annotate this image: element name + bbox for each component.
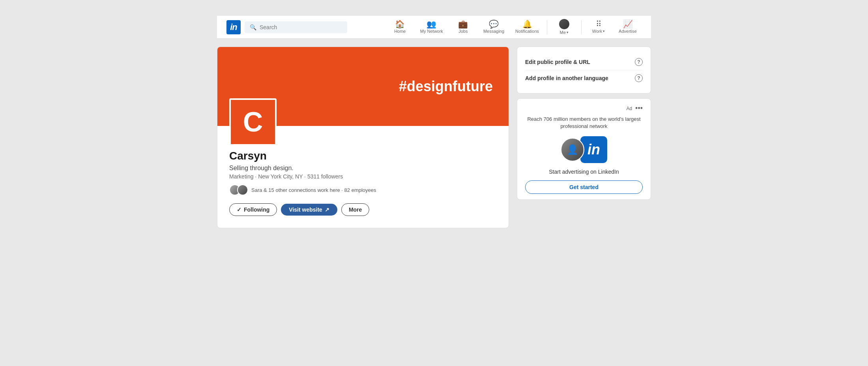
profile-logo-wrapper: C — [229, 98, 277, 146]
more-button[interactable]: More — [341, 203, 369, 216]
nav-home-label: Home — [394, 29, 406, 34]
nav-item-work[interactable]: ⠿ Work ▾ — [585, 16, 612, 39]
ad-label: Ad — [626, 106, 632, 111]
jobs-icon: 💼 — [458, 20, 468, 28]
conn-avatar-img-2 — [238, 185, 247, 195]
profile-actions: ✓ Following Visit website ↗ More — [229, 203, 497, 216]
profile-card: #designfuture C Carsyn Selling through d… — [217, 47, 509, 228]
navbar-left: in 🔍 — [226, 20, 347, 34]
banner-hashtag: #designfuture — [399, 78, 493, 95]
ad-options-icon[interactable]: ••• — [635, 104, 643, 113]
search-input[interactable] — [260, 24, 342, 30]
main-content: #designfuture C Carsyn Selling through d… — [217, 39, 651, 236]
home-icon: 🏠 — [395, 20, 405, 28]
linkedin-logo-icon[interactable]: in — [226, 20, 241, 34]
nav-jobs-label: Jobs — [458, 29, 468, 34]
edit-profile-label: Edit public profile & URL — [525, 59, 590, 65]
visit-website-label: Visit website — [289, 206, 322, 213]
navbar-right: 🏠 Home 👥 My Network 💼 Jobs 💬 Messaging 🔔… — [386, 16, 642, 39]
nav-notifications-label: Notifications — [515, 29, 539, 34]
me-label-group: Me ▾ — [560, 29, 569, 35]
add-language-row[interactable]: Add profile in another language ? — [525, 70, 643, 86]
add-language-label: Add profile in another language — [525, 75, 608, 81]
profile-name: Carsyn — [229, 150, 497, 162]
edit-profile-row[interactable]: Edit public profile & URL ? — [525, 54, 643, 70]
ad-card: Ad ••• Reach 706 million members on the … — [517, 98, 651, 200]
avatar-image — [559, 19, 569, 29]
avatar — [559, 19, 569, 29]
work-label: Work — [592, 29, 602, 34]
work-chevron-icon: ▾ — [603, 29, 605, 33]
profile-banner: #designfuture C — [217, 47, 509, 126]
nav-item-jobs[interactable]: 💼 Jobs — [449, 16, 477, 39]
ad-header: Ad ••• — [525, 104, 643, 113]
search-bar[interactable]: 🔍 — [245, 21, 347, 33]
checkmark-icon: ✓ — [237, 206, 241, 213]
work-label-group: Work ▾ — [592, 28, 605, 34]
profile-tagline: Selling through design. — [229, 165, 497, 172]
ad-linkedin-logo: in — [580, 136, 607, 163]
notifications-icon: 🔔 — [522, 20, 532, 28]
navbar: in 🔍 🏠 Home 👥 My Network 💼 Jobs 💬 Messag… — [217, 16, 651, 39]
nav-item-notifications[interactable]: 🔔 Notifications — [511, 16, 544, 39]
company-logo: C — [229, 98, 277, 146]
logo-letter: C — [243, 108, 263, 136]
nav-advertise-label: Advertise — [619, 29, 637, 34]
edit-profile-help-icon[interactable]: ? — [635, 58, 643, 66]
nav-item-messaging[interactable]: 💬 Messaging — [479, 16, 509, 39]
conn-avatar-2 — [237, 184, 248, 195]
nav-divider-2 — [581, 20, 582, 34]
ad-visual: 👤 in — [525, 136, 643, 163]
following-button[interactable]: ✓ Following — [229, 203, 277, 216]
profile-connections: Sara & 15 other connections work here · … — [229, 184, 497, 195]
messaging-icon: 💬 — [489, 20, 499, 28]
external-link-icon: ↗ — [325, 206, 329, 213]
me-chevron-icon: ▾ — [567, 30, 569, 34]
add-language-help-icon[interactable]: ? — [635, 74, 643, 82]
get-started-label: Get started — [569, 184, 599, 190]
get-started-button[interactable]: Get started — [525, 180, 643, 194]
nav-item-home[interactable]: 🏠 Home — [386, 16, 414, 39]
ad-cta-text: Start advertising on LinkedIn — [525, 169, 643, 175]
nav-divider — [547, 20, 547, 34]
nav-item-me[interactable]: Me ▾ — [550, 16, 578, 39]
advertise-icon: 📈 — [623, 20, 633, 28]
nav-item-advertise[interactable]: 📈 Advertise — [614, 16, 642, 39]
visit-website-button[interactable]: Visit website ↗ — [281, 204, 337, 216]
me-label: Me — [560, 30, 566, 35]
right-sidebar: Edit public profile & URL ? Add profile … — [517, 47, 651, 200]
profile-links-card: Edit public profile & URL ? Add profile … — [517, 47, 651, 94]
connection-avatars — [229, 184, 248, 195]
connections-text: Sara & 15 other connections work here · … — [251, 187, 376, 193]
ad-description: Reach 706 million members on the world's… — [525, 116, 643, 130]
nav-item-network[interactable]: 👥 My Network — [415, 16, 448, 39]
profile-meta: Marketing · New York City, NY · 5311 fol… — [229, 173, 497, 180]
search-icon: 🔍 — [250, 24, 256, 30]
more-label: More — [349, 206, 362, 213]
nav-network-label: My Network — [420, 29, 443, 34]
network-icon: 👥 — [427, 20, 436, 28]
work-grid-icon: ⠿ — [596, 20, 602, 28]
ad-person-icon: 👤 — [561, 139, 584, 161]
ad-person-avatar: 👤 — [561, 138, 584, 161]
nav-messaging-label: Messaging — [483, 29, 504, 34]
following-label: Following — [244, 206, 269, 213]
